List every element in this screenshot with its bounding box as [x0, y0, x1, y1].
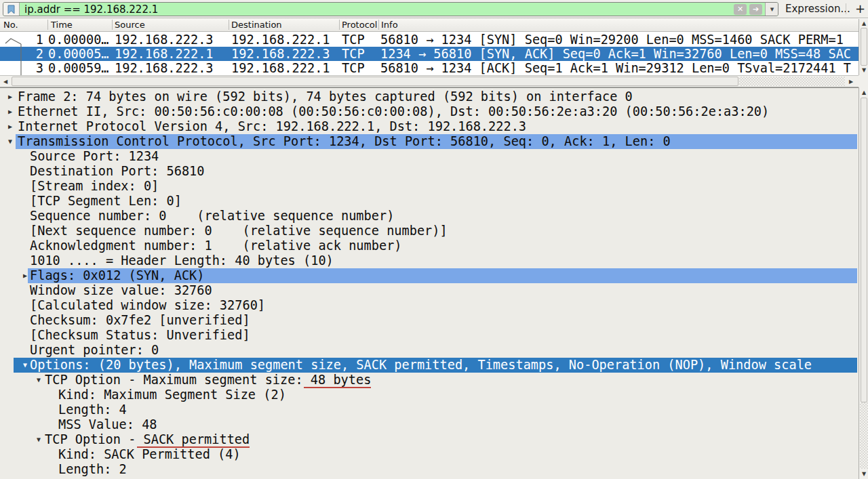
expander-closed-icon[interactable]: ▶	[5, 119, 15, 134]
scroll-left-icon[interactable]: ◀	[0, 76, 11, 87]
scrollbar-corner	[859, 75, 868, 87]
filter-bookmark-button[interactable]	[3, 3, 20, 16]
packet-row[interactable]: 10.00000…192.168.222.3192.168.222.1TCP56…	[0, 33, 859, 47]
column-header-source[interactable]: Source	[115, 18, 145, 31]
detail-line[interactable]: Urgent pointer: 0	[0, 343, 859, 358]
detail-text: 1010 .... = Header Length: 40 bytes (10)	[30, 253, 334, 268]
column-divider[interactable]	[339, 20, 340, 30]
detail-line[interactable]: Window size value: 32760	[0, 283, 859, 298]
detail-line[interactable]: [Calculated window size: 32760]	[0, 298, 859, 313]
cell-no: 3	[0, 61, 43, 75]
detail-line[interactable]: Destination Port: 56810	[0, 164, 859, 179]
detail-line[interactable]: Source Port: 1234	[0, 149, 859, 164]
vscroll-thumb[interactable]	[861, 28, 867, 66]
column-divider[interactable]	[112, 20, 113, 30]
detail-line[interactable]: MSS Value: 48	[0, 417, 859, 432]
detail-line[interactable]: [TCP Segment Len: 0]	[0, 194, 859, 209]
scroll-down-icon[interactable]: ▼	[860, 66, 868, 75]
column-divider[interactable]	[47, 20, 48, 30]
detail-text: Length: 2	[58, 462, 127, 477]
packet-row[interactable]: 20.00005…192.168.222.1192.168.222.3TCP12…	[0, 47, 859, 61]
scroll-up-icon[interactable]: ▲	[860, 19, 868, 28]
detail-text: Window size value: 32760	[30, 283, 212, 298]
column-header-protocol[interactable]: Protocol	[342, 18, 377, 31]
detail-text: [TCP Segment Len: 0]	[30, 194, 182, 209]
hscroll-thumb[interactable]	[12, 77, 738, 86]
cell-time: 0.00000…	[48, 33, 109, 47]
detail-line[interactable]: ▶Ethernet II, Src: 00:50:56:c0:00:08 (00…	[0, 104, 859, 119]
detail-line[interactable]: Kind: Maximum Segment Size (2)	[0, 388, 859, 402]
column-divider[interactable]	[378, 20, 379, 30]
detail-line[interactable]: ▼TCP Option - Maximum segment size: 48 b…	[0, 373, 859, 388]
expander-open-icon[interactable]: ▼	[34, 432, 43, 447]
detail-line[interactable]: [Next sequence number: 0 (relative seque…	[0, 224, 859, 238]
expression-button[interactable]: Expression...	[785, 0, 850, 18]
column-header-destination[interactable]: Destination	[231, 18, 282, 31]
column-header-no[interactable]: No.	[3, 18, 18, 31]
detail-line[interactable]: Sequence number: 0 (relative sequence nu…	[0, 209, 859, 224]
column-header-time[interactable]: Time	[51, 18, 73, 31]
cell-source: 192.168.222.3	[115, 61, 214, 75]
packet-list-header: No. Time Source Destination Protocol Inf…	[0, 18, 859, 32]
detail-line[interactable]: 1010 .... = Header Length: 40 bytes (10)	[0, 253, 859, 268]
cell-info: 56810 → 1234 [SYN] Seq=0 Win=29200 Len=0…	[380, 33, 844, 47]
display-filter-input[interactable]: ip.addr == 192.168.222.1	[20, 3, 734, 16]
detail-text: Length: 4	[58, 402, 127, 417]
details-vscrollbar[interactable]: ▲ ▼	[859, 87, 868, 479]
detail-text: MSS Value: 48	[58, 417, 157, 432]
cell-destination: 192.168.222.3	[231, 47, 330, 61]
linked-field[interactable]: SACK permitted	[137, 432, 250, 448]
detail-text: Flags: 0x012 (SYN, ACK)	[30, 268, 204, 283]
cell-protocol: TCP	[342, 33, 365, 47]
detail-line[interactable]: Acknowledgment number: 1 (relative ack n…	[0, 238, 859, 253]
filter-clear-button[interactable]: ✕	[734, 4, 747, 15]
cell-time: 0.00059…	[48, 61, 109, 75]
detail-line[interactable]: ▶Frame 2: 74 bytes on wire (592 bits), 7…	[0, 89, 859, 104]
detail-text: [Next sequence number: 0 (relative seque…	[30, 224, 448, 238]
detail-line[interactable]: ▼Options: (20 bytes), Maximum segment si…	[0, 358, 859, 373]
detail-text: Transmission Control Protocol, Src Port:…	[18, 134, 671, 149]
scroll-up-icon[interactable]: ▲	[860, 88, 868, 97]
expander-open-icon[interactable]: ▼	[5, 134, 15, 149]
expander-open-icon[interactable]: ▼	[20, 358, 30, 373]
detail-line[interactable]: Kind: SACK Permitted (4)	[0, 447, 859, 462]
cell-destination: 192.168.222.1	[231, 33, 330, 47]
detail-line[interactable]: [Checksum Status: Unverified]	[0, 328, 859, 343]
filter-toolbar: ip.addr == 192.168.222.1 ✕ ➔ ▼ Expressio…	[0, 0, 868, 18]
linked-field[interactable]: 48 bytes	[304, 373, 372, 388]
filter-apply-button[interactable]: ➔	[749, 4, 762, 15]
detail-text: Ethernet II, Src: 00:50:56:c0:00:08 (00:…	[18, 104, 769, 119]
detail-line[interactable]: Checksum: 0x7fe2 [unverified]	[0, 313, 859, 328]
expander-closed-icon[interactable]: ▶	[20, 268, 30, 283]
hscroll-trough[interactable]	[739, 77, 845, 86]
cell-source: 192.168.222.1	[115, 47, 214, 61]
display-filter-combo[interactable]: ip.addr == 192.168.222.1 ✕ ➔ ▼	[3, 2, 778, 16]
add-filter-button[interactable]: +	[852, 0, 868, 18]
vscroll-trough[interactable]	[860, 402, 868, 469]
packet-list-vscrollbar[interactable]: ▲ ▼	[859, 19, 868, 75]
cell-time: 0.00005…	[48, 47, 109, 61]
detail-line[interactable]: Length: 4	[0, 402, 859, 417]
scroll-down-icon[interactable]: ▼	[860, 469, 868, 478]
column-divider[interactable]	[229, 20, 229, 30]
horizontal-scrollbar[interactable]: ◀ ▶	[0, 75, 859, 87]
packet-details-pane: ▶Frame 2: 74 bytes on wire (592 bits), 7…	[0, 87, 859, 479]
bookmark-icon	[7, 5, 15, 14]
detail-line[interactable]: ▶Flags: 0x012 (SYN, ACK)	[0, 268, 859, 283]
expander-closed-icon[interactable]: ▶	[5, 89, 15, 104]
detail-text: Internet Protocol Version 4, Src: 192.16…	[18, 119, 526, 134]
column-header-info[interactable]: Info	[381, 18, 398, 31]
expander-closed-icon[interactable]: ▶	[5, 104, 15, 119]
detail-line[interactable]: ▼Transmission Control Protocol, Src Port…	[0, 134, 859, 149]
detail-line[interactable]: ▼TCP Option - SACK permitted	[0, 432, 859, 447]
expander-open-icon[interactable]: ▼	[34, 373, 43, 388]
scroll-right-icon[interactable]: ▶	[846, 76, 856, 87]
filter-history-dropdown[interactable]: ▼	[765, 3, 778, 16]
detail-line[interactable]: Length: 2	[0, 462, 859, 477]
detail-text: TCP Option - SACK permitted	[45, 432, 250, 447]
packet-row[interactable]: 30.00059…192.168.222.3192.168.222.1TCP56…	[0, 61, 859, 75]
cell-no: 2	[0, 47, 43, 61]
detail-line[interactable]: ▶Internet Protocol Version 4, Src: 192.1…	[0, 119, 859, 134]
detail-line[interactable]: [Stream index: 0]	[0, 179, 859, 194]
vscroll-thumb[interactable]	[861, 98, 867, 402]
